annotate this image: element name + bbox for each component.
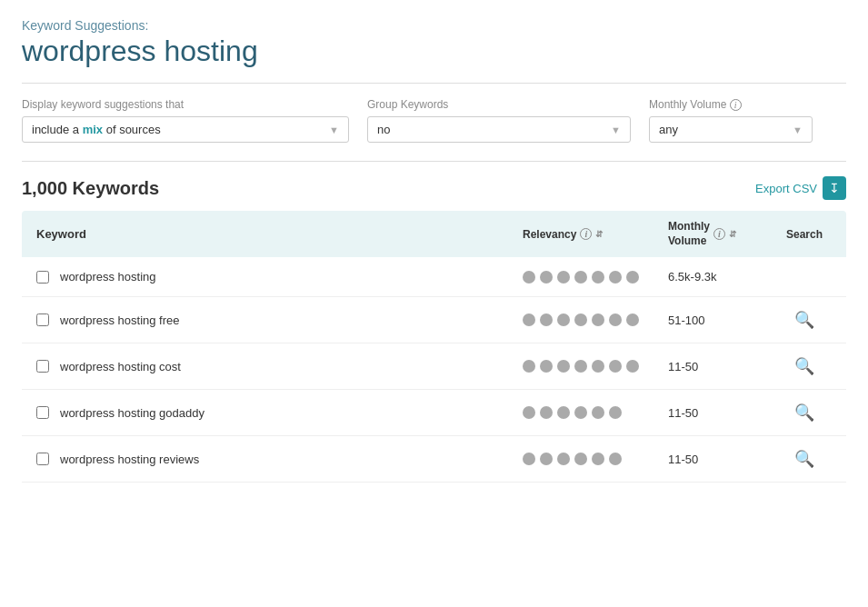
dot — [540, 453, 553, 465]
keywords-header: 1,000 Keywords Export CSV ↧ — [22, 176, 846, 200]
row-checkbox-2[interactable] — [36, 313, 49, 326]
group-filter-select[interactable]: no ▼ — [367, 116, 631, 143]
dot — [574, 313, 587, 326]
dot — [523, 271, 535, 284]
row-volume-2: 51-100 — [668, 313, 777, 327]
row-checkbox-3[interactable] — [36, 360, 49, 373]
row-dots-4 — [523, 406, 668, 419]
dot — [540, 360, 553, 373]
row-volume-1: 6.5k-9.3k — [668, 270, 777, 284]
volume-info-icon: i — [730, 99, 742, 111]
search-icon[interactable]: 🔍 — [794, 449, 814, 469]
col-relevancy-header: Relevancy i ⇵ — [523, 228, 668, 241]
dot — [609, 271, 622, 284]
dot — [592, 271, 604, 284]
export-csv-label: Export CSV — [755, 182, 817, 195]
export-csv-button[interactable]: Export CSV ↧ — [755, 176, 846, 200]
row-search-3[interactable]: 🔍 — [777, 356, 832, 376]
sources-filter-value: include a mix of sources — [32, 123, 161, 136]
row-search-4[interactable]: 🔍 — [777, 403, 832, 423]
dot — [609, 313, 622, 326]
dot — [574, 360, 587, 373]
export-csv-icon: ↧ — [823, 176, 846, 200]
group-chevron-icon: ▼ — [611, 124, 621, 135]
dot — [592, 453, 604, 465]
page-subtitle: Keyword Suggestions: — [22, 18, 846, 33]
filter-divider — [22, 161, 846, 162]
row-checkbox-4[interactable] — [36, 406, 49, 419]
volume-col-info-icon: i — [713, 228, 725, 240]
dot — [626, 360, 639, 373]
dot — [574, 271, 587, 284]
sources-filter-group: Display keyword suggestions that include… — [22, 98, 349, 143]
row-volume-3: 11-50 — [668, 360, 777, 373]
sources-filter-select[interactable]: include a mix of sources ▼ — [22, 116, 349, 143]
table-row: wordpress hosting godaddy 11-50 🔍 — [22, 390, 846, 436]
dot — [557, 453, 570, 465]
table-row: wordpress hosting free 51-100 🔍 — [22, 297, 846, 343]
dot — [626, 313, 639, 326]
dot — [523, 406, 535, 419]
dot — [592, 406, 604, 419]
dot — [592, 313, 604, 326]
dot — [557, 360, 570, 373]
relevancy-info-icon: i — [580, 228, 592, 240]
group-filter-label: Group Keywords — [367, 98, 631, 111]
row-keyword-5: wordpress hosting reviews — [60, 453, 523, 466]
sources-chevron-icon: ▼ — [329, 124, 339, 135]
col-search-header: Search — [777, 228, 832, 241]
page-title: wordpress hosting — [22, 35, 846, 68]
row-keyword-2: wordpress hosting free — [60, 313, 523, 327]
row-keyword-4: wordpress hosting godaddy — [60, 406, 523, 420]
dot — [540, 406, 553, 419]
dot — [609, 360, 622, 373]
row-dots-2 — [523, 313, 668, 326]
filters-row: Display keyword suggestions that include… — [22, 98, 846, 143]
header-divider — [22, 83, 846, 84]
relevancy-sort-icon[interactable]: ⇵ — [595, 229, 603, 239]
dot — [557, 313, 570, 326]
col-volume-header: MonthlyVolume i ⇵ — [668, 220, 777, 248]
dot — [574, 406, 587, 419]
dot — [609, 406, 622, 419]
dot — [557, 406, 570, 419]
row-dots-1 — [523, 271, 668, 284]
search-icon[interactable]: 🔍 — [794, 356, 814, 376]
group-filter-group: Group Keywords no ▼ — [367, 98, 631, 143]
volume-chevron-icon: ▼ — [793, 124, 803, 135]
table-row: wordpress hosting reviews 11-50 🔍 — [22, 436, 846, 483]
col-keyword-header: Keyword — [36, 227, 523, 241]
row-keyword-1: wordpress hosting — [60, 270, 523, 284]
row-dots-5 — [523, 453, 668, 465]
table-header: Keyword Relevancy i ⇵ MonthlyVolume i ⇵ … — [22, 211, 846, 257]
dot — [540, 271, 553, 284]
volume-sort-icon[interactable]: ⇵ — [729, 229, 736, 239]
dot — [592, 360, 604, 373]
search-icon[interactable]: 🔍 — [794, 403, 814, 423]
volume-filter-group: Monthly Volume i any ▼ — [649, 98, 813, 143]
table-row: wordpress hosting cost 11-50 🔍 — [22, 343, 846, 390]
dot — [626, 271, 639, 284]
dot — [574, 453, 587, 465]
search-icon[interactable]: 🔍 — [794, 310, 814, 330]
volume-filter-select[interactable]: any ▼ — [649, 116, 813, 143]
volume-filter-value: any — [659, 123, 678, 136]
dot — [609, 453, 622, 465]
dot — [523, 453, 535, 465]
dot — [523, 360, 535, 373]
sources-filter-label: Display keyword suggestions that — [22, 98, 349, 111]
row-search-2[interactable]: 🔍 — [777, 310, 832, 330]
row-dots-3 — [523, 360, 668, 373]
dot — [523, 313, 535, 326]
row-volume-5: 11-50 — [668, 453, 777, 466]
keywords-table: Keyword Relevancy i ⇵ MonthlyVolume i ⇵ … — [22, 211, 846, 483]
row-checkbox-1[interactable] — [36, 271, 49, 284]
group-filter-value: no — [377, 123, 390, 136]
keywords-count: 1,000 Keywords — [22, 178, 159, 199]
dot — [557, 271, 570, 284]
row-checkbox-5[interactable] — [36, 453, 49, 465]
dot — [540, 313, 553, 326]
volume-filter-label: Monthly Volume i — [649, 98, 813, 111]
row-search-5[interactable]: 🔍 — [777, 449, 832, 469]
row-volume-4: 11-50 — [668, 406, 777, 420]
